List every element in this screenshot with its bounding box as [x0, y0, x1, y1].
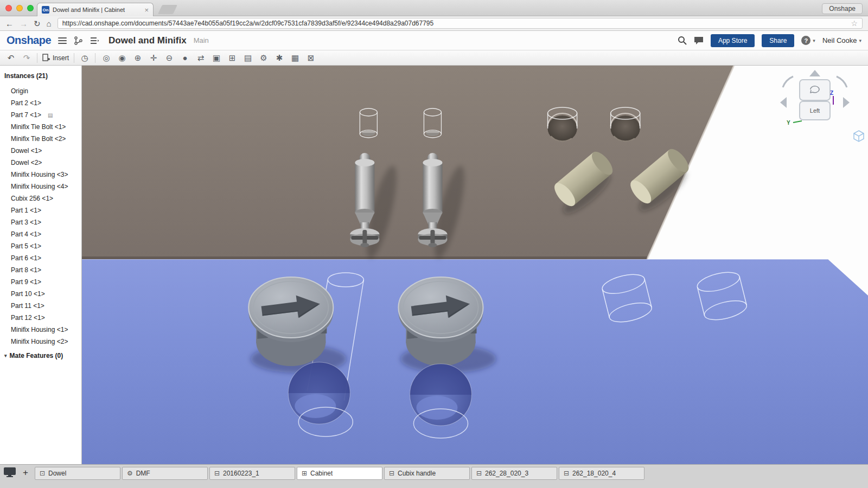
help-icon[interactable]: ? — [801, 36, 810, 45]
instance-item[interactable]: Minifix Housing <2> — [0, 336, 81, 348]
element-tab-dowel[interactable]: ⊡ Dowel — [35, 467, 120, 480]
hamburger-menu-icon[interactable] — [58, 37, 67, 44]
instance-item[interactable]: Part 7 <1> ▤ — [0, 109, 81, 121]
help-caret-icon: ▾ — [813, 38, 815, 43]
instance-item[interactable]: Part 9 <1> — [0, 276, 81, 288]
slider-mate-icon[interactable]: ⇄ — [195, 54, 207, 62]
element-tab-bar: + ⊡ Dowel ⚙ DMF ⊟ 20160223_1 ⊞ Cabinet ⊟… — [0, 464, 868, 488]
instance-item[interactable]: Part 5 <1> — [0, 240, 81, 252]
instance-item[interactable]: Origin — [0, 85, 81, 97]
revolute-mate-icon[interactable]: ⊕ — [132, 54, 144, 62]
minimize-window-button[interactable] — [16, 5, 23, 11]
mate-features-label: Mate Features (0) — [10, 352, 63, 359]
back-icon[interactable]: ← — [5, 20, 14, 28]
instance-label: Part 5 <1> — [11, 242, 41, 250]
instance-item[interactable]: Part 2 <1> — [0, 97, 81, 109]
instance-label: Cubix 256 <1> — [11, 195, 53, 202]
cam-hole[interactable] — [288, 362, 350, 424]
fastened-mate-icon[interactable]: ◉ — [116, 54, 128, 62]
instance-item[interactable]: Minifix Tie Bolt <1> — [0, 121, 81, 133]
top-board-part[interactable] — [82, 66, 734, 259]
cylindrical-mate-icon[interactable]: ⊖ — [163, 54, 175, 62]
insert-button[interactable]: Insert — [42, 54, 69, 62]
replicate-icon[interactable]: ▤ — [242, 54, 254, 62]
user-menu[interactable]: Neil Cooke ▾ — [822, 36, 861, 44]
element-tab-262-18-020-4[interactable]: ⊟ 262_18_020_4 — [559, 467, 644, 480]
search-icon[interactable] — [678, 36, 687, 45]
element-tab-label: DMF — [136, 470, 150, 477]
view-cube[interactable]: Left Z Y — [777, 69, 853, 134]
mate-connector-icon[interactable]: ⊞ — [226, 54, 238, 62]
instance-item[interactable]: Part 6 <1> — [0, 252, 81, 264]
roll-ccw-arrow-icon[interactable] — [783, 76, 793, 87]
undo-icon[interactable]: ↶ — [5, 54, 16, 62]
browser-tab[interactable]: On Dowel and Minifix | Cabinet × — [37, 3, 154, 16]
instance-item[interactable]: Part 4 <1> — [0, 228, 81, 240]
pattern-icon[interactable]: ▦ — [289, 54, 301, 62]
element-tab-cubix-handle[interactable]: ⊟ Cubix handle — [384, 467, 470, 480]
tab-close-icon[interactable]: × — [144, 7, 149, 14]
gear-relation-icon[interactable]: ⚙ — [258, 54, 270, 62]
help-menu[interactable]: ? ▾ — [801, 36, 815, 45]
close-window-button[interactable] — [5, 5, 12, 11]
instance-label: Minifix Housing <3> — [11, 171, 68, 178]
instance-item[interactable]: Minifix Housing <4> — [0, 181, 81, 192]
instance-item[interactable]: Dowel <1> — [0, 145, 81, 157]
screw-relation-icon[interactable]: ✱ — [273, 54, 285, 62]
instance-item[interactable]: Part 12 <1> — [0, 312, 81, 324]
workspace-label: Main — [194, 36, 209, 44]
view-cube-top-face[interactable] — [800, 80, 830, 100]
mate-features-header[interactable]: ▾ Mate Features (0) — [0, 348, 81, 362]
instance-item[interactable]: Part 3 <1> — [0, 216, 81, 228]
instance-item[interactable]: Minifix Tie Bolt <2> — [0, 133, 81, 145]
element-tab-262-28-020-3[interactable]: ⊟ 262_28_020_3 — [471, 467, 557, 480]
instance-label: Part 3 <1> — [11, 219, 41, 226]
url-input[interactable]: https://cad.onshape.com/documents/57443a… — [58, 18, 863, 29]
element-tab-cabinet[interactable]: ⊞ Cabinet — [297, 467, 382, 480]
top-board-shadow-edge — [82, 256, 647, 259]
history-icon[interactable]: ◷ — [79, 54, 90, 62]
element-tab-dmf[interactable]: ⚙ DMF — [122, 467, 208, 480]
toolbar-separator — [37, 53, 37, 63]
view-face-label: Left — [810, 107, 820, 114]
instance-item[interactable]: Part 8 <1> — [0, 264, 81, 276]
group-icon[interactable]: ▣ — [210, 54, 222, 62]
isometric-view-icon[interactable] — [853, 130, 865, 145]
zoom-window-button[interactable] — [27, 5, 34, 11]
ball-mate-icon[interactable]: ● — [179, 54, 191, 62]
instance-item[interactable]: Minifix Housing <1> — [0, 324, 81, 336]
share-button[interactable]: Share — [762, 34, 794, 47]
rotate-right-arrow-icon[interactable] — [843, 97, 850, 108]
instances-panel: Instances (21) Origin Part 2 <1> Part 7 … — [0, 66, 82, 464]
element-tab-20160223-1[interactable]: ⊟ 20160223_1 — [209, 467, 295, 480]
instance-item[interactable]: Dowel <2> — [0, 157, 81, 169]
add-element-button[interactable]: + — [20, 467, 31, 479]
instance-item[interactable]: Minifix Housing <3> — [0, 169, 81, 181]
graphics-area[interactable]: Left Z Y — [82, 66, 868, 464]
instance-item[interactable]: Part 11 <1> — [0, 300, 81, 312]
interference-icon[interactable]: ⊠ — [305, 54, 317, 62]
assembly-3d-scene[interactable] — [82, 66, 868, 464]
planar-mate-icon[interactable]: ✛ — [148, 54, 159, 62]
app-store-button[interactable]: App Store — [711, 34, 755, 47]
roll-cw-arrow-icon[interactable] — [837, 76, 847, 87]
forward-icon[interactable]: → — [20, 20, 28, 28]
bookmark-star-icon[interactable]: ☆ — [851, 19, 858, 28]
onshape-logo[interactable]: Onshape — [7, 34, 51, 47]
document-list-icon[interactable] — [90, 36, 99, 45]
reload-icon[interactable]: ↻ — [34, 20, 41, 28]
rotate-left-arrow-icon[interactable] — [780, 97, 787, 108]
versions-icon[interactable] — [74, 36, 83, 45]
instance-item[interactable]: Cubix 256 <1> — [0, 192, 81, 204]
instance-item[interactable]: Part 1 <1> — [0, 204, 81, 216]
show-panels-icon[interactable] — [3, 467, 16, 478]
cam-hole[interactable] — [410, 364, 471, 426]
chat-icon[interactable] — [694, 36, 704, 45]
redo-icon[interactable]: ↷ — [21, 54, 32, 62]
new-tab-button[interactable] — [158, 5, 177, 14]
instance-item[interactable]: Part 10 <1> — [0, 288, 81, 300]
home-icon[interactable]: ⌂ — [47, 20, 52, 28]
main-area: Instances (21) Origin Part 2 <1> Part 7 … — [0, 66, 868, 464]
rotate-up-arrow-icon[interactable] — [809, 70, 820, 76]
mate-icon[interactable]: ◎ — [100, 54, 112, 62]
